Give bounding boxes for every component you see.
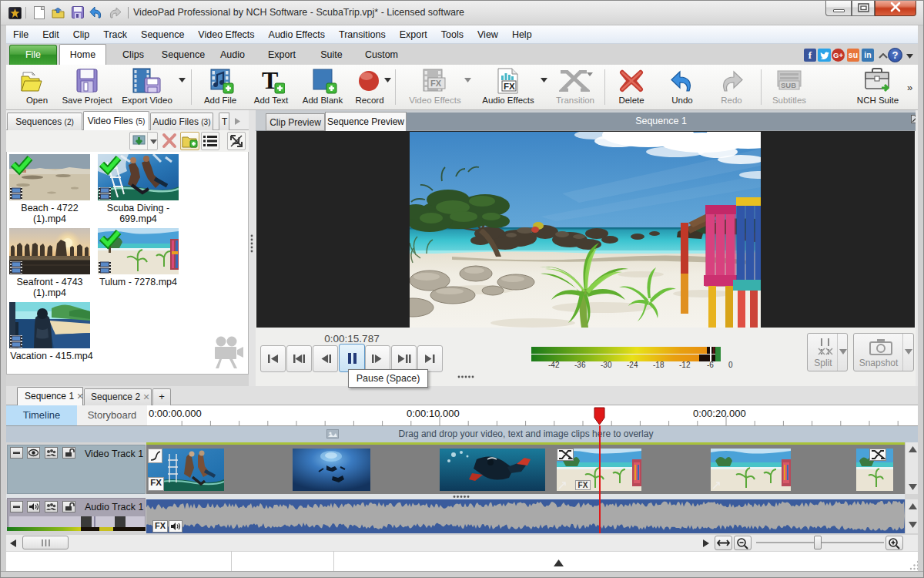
svg-text:FX: FX [430,79,442,88]
svg-text:FX: FX [504,82,515,91]
svg-text:SUB: SUB [781,81,796,89]
